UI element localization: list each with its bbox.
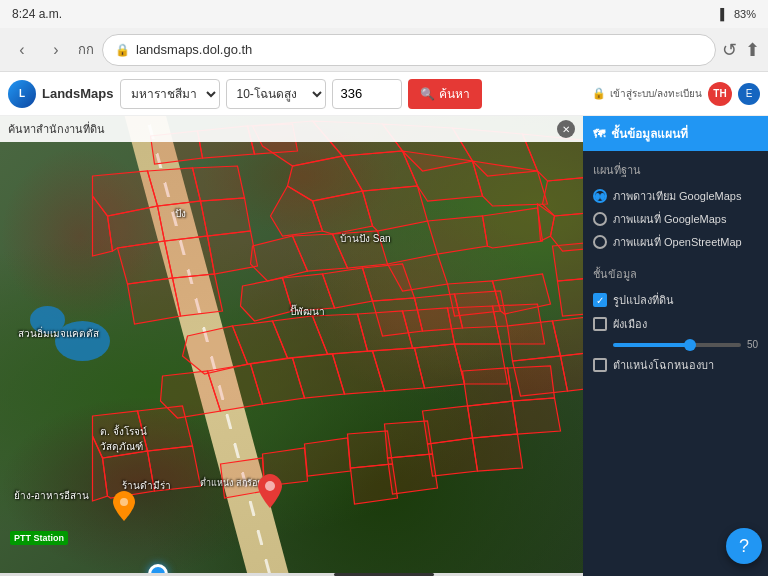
data-layer-title: ชั้นข้อมูล: [593, 265, 758, 283]
battery-icon: ▌: [720, 8, 728, 20]
svg-marker-76: [385, 421, 433, 458]
lock-icon: 🔒: [115, 43, 130, 57]
logo-icon: L: [8, 80, 36, 108]
svg-marker-32: [448, 306, 501, 344]
radio-map-google-indicator: [593, 212, 607, 226]
lock-icon-login: 🔒: [592, 87, 606, 100]
opacity-value: 50: [747, 339, 758, 350]
checkbox-city-plan-label: ผังเมือง: [613, 315, 647, 333]
svg-marker-31: [403, 308, 455, 348]
checkbox-city-plan[interactable]: ผังเมือง: [593, 315, 758, 333]
lang-en-badge[interactable]: E: [738, 83, 760, 105]
panel-content: แผนที่ฐาน ภาพดาวเทียม GoogleMaps ภาพแผนท…: [583, 151, 768, 576]
svg-point-86: [265, 481, 275, 491]
side-panel: 🗺 ชั้นข้อมูลแผนที่ แผนที่ฐาน ภาพดาวเทียม…: [583, 116, 768, 576]
back-button[interactable]: ‹: [8, 36, 36, 64]
svg-marker-51: [158, 201, 208, 241]
svg-marker-65: [508, 321, 561, 361]
svg-marker-11: [428, 216, 488, 254]
svg-marker-10: [363, 186, 428, 231]
share-button[interactable]: ⬆: [745, 39, 760, 61]
lang-th-badge[interactable]: TH: [708, 82, 732, 106]
checkbox-parcels[interactable]: ✓ รูปแปลงที่ดิน: [593, 291, 758, 309]
map-search-text: ค้นหาสำนักงานที่ดิน: [8, 120, 105, 138]
checkbox-parcels-indicator: ✓: [593, 293, 607, 307]
status-bar: 8:24 a.m. ▌ 83%: [0, 0, 768, 28]
float-action-button[interactable]: ?: [726, 528, 762, 564]
location-pin-orange[interactable]: [113, 491, 135, 525]
svg-marker-72: [513, 398, 561, 434]
radio-osm-label: ภาพแผนที่ OpenStreetMap: [613, 233, 742, 251]
svg-marker-59: [138, 406, 193, 451]
svg-marker-69: [463, 368, 513, 406]
status-time: 8:24 a.m.: [12, 7, 62, 21]
app-logo: L LandsMaps: [8, 80, 114, 108]
opacity-slider-thumb[interactable]: [684, 339, 696, 351]
svg-marker-62: [148, 446, 201, 491]
search-label: ค้นหา: [439, 84, 470, 103]
panel-header: 🗺 ชั้นข้อมูลแผนที่: [583, 116, 768, 151]
refresh-button[interactable]: ↺: [722, 39, 737, 61]
svg-marker-70: [508, 366, 555, 401]
svg-marker-52: [201, 198, 251, 236]
float-btn-icon: ?: [739, 536, 749, 557]
login-label: เข้าสู่ระบบ/ลงทะเบียน: [610, 86, 702, 101]
svg-marker-48: [193, 166, 245, 201]
base-map-title: แผนที่ฐาน: [593, 161, 758, 179]
radio-satellite[interactable]: ภาพดาวเทียม GoogleMaps: [593, 187, 758, 205]
panel-icon: 🗺: [593, 127, 605, 141]
battery-level: 83%: [734, 8, 756, 20]
svg-marker-71: [468, 401, 518, 438]
checkbox-parcels-label: รูปแปลงที่ดิน: [613, 291, 674, 309]
svg-marker-78: [348, 431, 393, 468]
land-type-select[interactable]: 10-โฉนดสูง: [226, 79, 326, 109]
svg-marker-53: [118, 241, 173, 284]
opacity-slider[interactable]: [613, 343, 741, 347]
map-search-bar: ค้นหาสำนักงานที่ดิน ✕: [0, 116, 583, 142]
opacity-slider-row: 50: [613, 339, 758, 350]
base-map-options: ภาพดาวเทียม GoogleMaps ภาพแผนที่ GoogleM…: [593, 187, 758, 251]
forward-button[interactable]: ›: [42, 36, 70, 64]
browser-chrome: ‹ › กก 🔒 landsmaps.dol.go.th ↺ ⬆: [0, 28, 768, 72]
panel-title: ชั้นข้อมูลแผนที่: [611, 124, 688, 143]
search-button[interactable]: 🔍 ค้นหา: [408, 79, 482, 109]
svg-marker-75: [473, 434, 523, 471]
search-input[interactable]: [332, 79, 402, 109]
address-bar[interactable]: 🔒 landsmaps.dol.go.th: [102, 34, 716, 66]
radio-satellite-indicator: [593, 189, 607, 203]
tab-label: กก: [78, 39, 94, 60]
svg-marker-12: [483, 208, 543, 248]
app-name: LandsMaps: [42, 86, 114, 101]
radio-satellite-label: ภาพดาวเทียม GoogleMaps: [613, 187, 741, 205]
svg-marker-47: [148, 168, 201, 206]
svg-marker-80: [305, 438, 351, 476]
radio-map-google[interactable]: ภาพแผนที่ GoogleMaps: [593, 210, 758, 228]
checkbox-location-label: ตำแหน่งโฉกหนองบา: [613, 356, 714, 374]
svg-marker-56: [128, 278, 181, 324]
map-search-close[interactable]: ✕: [557, 120, 575, 138]
checkbox-location[interactable]: ตำแหน่งโฉกหนองบา: [593, 356, 758, 374]
svg-marker-55: [208, 231, 258, 274]
ptt-label: PTT Station: [10, 531, 68, 545]
radio-osm[interactable]: ภาพแผนที่ OpenStreetMap: [593, 233, 758, 251]
checkbox-location-indicator: [593, 358, 607, 372]
svg-marker-54: [165, 236, 215, 278]
location-pin-red[interactable]: [258, 474, 282, 512]
app-toolbar: L LandsMaps มหาราชสีมา 10-โฉนดสูง 🔍 ค้นห…: [0, 72, 768, 116]
login-button[interactable]: 🔒 เข้าสู่ระบบ/ลงทะเบียน: [592, 86, 702, 101]
radio-osm-indicator: [593, 235, 607, 249]
svg-marker-57: [173, 274, 223, 316]
radio-map-google-label: ภาพแผนที่ GoogleMaps: [613, 210, 726, 228]
search-icon: 🔍: [420, 87, 435, 101]
url-text: landsmaps.dol.go.th: [136, 42, 252, 57]
map-container[interactable]: ค้นหาสำนักงานที่ดิน ✕ ปัง บ้านปัง San ปั…: [0, 116, 768, 576]
province-select[interactable]: มหาราชสีมา: [120, 79, 220, 109]
svg-marker-79: [351, 464, 398, 504]
svg-point-87: [120, 498, 128, 506]
checkbox-city-plan-indicator: [593, 317, 607, 331]
